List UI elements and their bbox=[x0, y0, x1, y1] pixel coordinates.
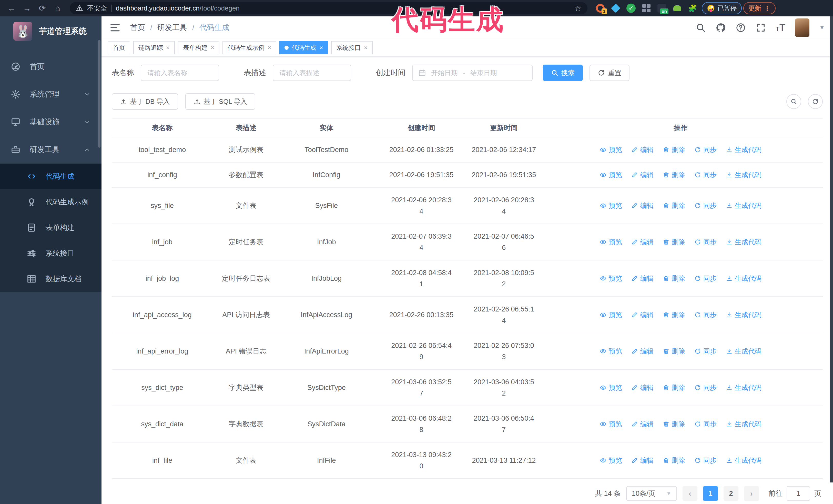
action-预览[interactable]: 预览 bbox=[600, 456, 622, 465]
breadcrumb-item[interactable]: 研发工具 bbox=[158, 23, 187, 33]
import-db-button[interactable]: 基于 DB 导入 bbox=[112, 93, 178, 110]
refresh-table-button[interactable] bbox=[808, 94, 823, 109]
window-scrollbar[interactable] bbox=[830, 17, 833, 482]
goto-page-input[interactable] bbox=[787, 486, 810, 501]
action-生成代码[interactable]: 生成代码 bbox=[726, 419, 761, 429]
action-删除[interactable]: 删除 bbox=[663, 274, 685, 283]
action-预览[interactable]: 预览 bbox=[600, 145, 622, 154]
action-编辑[interactable]: 编辑 bbox=[631, 238, 653, 247]
tab-系统接口[interactable]: 系统接口× bbox=[331, 41, 373, 54]
sidebar-item-代码生成示例[interactable]: 代码生成示例 bbox=[0, 189, 101, 215]
breadcrumb-item[interactable]: 首页 bbox=[130, 23, 145, 33]
action-预览[interactable]: 预览 bbox=[600, 274, 622, 283]
font-size-icon[interactable]: TT bbox=[776, 22, 785, 33]
sidebar-scrollbar[interactable] bbox=[98, 40, 100, 148]
tab-链路追踪[interactable]: 链路追踪× bbox=[133, 41, 175, 54]
tab-首页[interactable]: 首页 bbox=[108, 41, 130, 54]
action-生成代码[interactable]: 生成代码 bbox=[726, 456, 761, 465]
browser-back-icon[interactable]: ← bbox=[5, 1, 19, 15]
import-sql-button[interactable]: 基于 SQL 导入 bbox=[185, 93, 256, 110]
next-page-button[interactable]: › bbox=[744, 486, 759, 501]
sidebar-item-系统管理[interactable]: 系统管理 bbox=[0, 80, 101, 108]
address-bar[interactable]: 不安全 dashboard.yudao.iocoder.cn/tool/code… bbox=[70, 2, 588, 14]
user-avatar[interactable] bbox=[795, 19, 809, 37]
date-range-picker[interactable]: 开始日期 - 结束日期 bbox=[412, 65, 532, 81]
close-icon[interactable]: × bbox=[211, 44, 214, 51]
action-删除[interactable]: 删除 bbox=[663, 170, 685, 179]
action-删除[interactable]: 删除 bbox=[663, 201, 685, 210]
action-同步[interactable]: 同步 bbox=[694, 274, 717, 283]
table-desc-input[interactable] bbox=[273, 65, 351, 81]
close-icon[interactable]: × bbox=[364, 44, 367, 51]
action-生成代码[interactable]: 生成代码 bbox=[726, 201, 761, 210]
action-生成代码[interactable]: 生成代码 bbox=[726, 383, 761, 392]
ext-robot-icon[interactable] bbox=[672, 3, 682, 13]
action-生成代码[interactable]: 生成代码 bbox=[726, 274, 761, 283]
action-预览[interactable]: 预览 bbox=[600, 419, 622, 429]
sidebar-item-基础设施[interactable]: 基础设施 bbox=[0, 108, 101, 136]
action-生成代码[interactable]: 生成代码 bbox=[726, 310, 761, 319]
bookmark-star-icon[interactable]: ☆ bbox=[574, 4, 581, 13]
search-icon[interactable] bbox=[696, 23, 706, 33]
action-同步[interactable]: 同步 bbox=[694, 238, 717, 247]
paused-profile-chip[interactable]: 🤪 已暂停 bbox=[702, 2, 742, 14]
github-icon[interactable] bbox=[716, 23, 726, 33]
toggle-search-button[interactable] bbox=[786, 94, 801, 109]
action-预览[interactable]: 预览 bbox=[600, 201, 622, 210]
search-button[interactable]: 搜索 bbox=[543, 65, 583, 81]
action-预览[interactable]: 预览 bbox=[600, 383, 622, 392]
close-icon[interactable]: × bbox=[268, 44, 271, 51]
action-生成代码[interactable]: 生成代码 bbox=[726, 170, 761, 179]
sidebar-item-代码生成[interactable]: 代码生成 bbox=[0, 164, 101, 189]
extensions-puzzle-icon[interactable]: 🧩 bbox=[687, 3, 698, 13]
avatar-caret-icon[interactable]: ▼ bbox=[819, 24, 825, 31]
action-删除[interactable]: 删除 bbox=[663, 383, 685, 392]
logo-row[interactable]: 🐰 芋道管理系统 bbox=[0, 17, 101, 46]
action-同步[interactable]: 同步 bbox=[694, 145, 717, 154]
action-编辑[interactable]: 编辑 bbox=[631, 383, 653, 392]
ext-grid-icon[interactable] bbox=[641, 3, 651, 13]
action-编辑[interactable]: 编辑 bbox=[631, 274, 653, 283]
page-size-select[interactable]: 10条/页▼ bbox=[626, 486, 677, 501]
close-icon[interactable]: × bbox=[319, 44, 323, 51]
action-删除[interactable]: 删除 bbox=[663, 347, 685, 356]
page-button-1[interactable]: 1 bbox=[703, 486, 718, 501]
sidebar-item-首页[interactable]: 首页 bbox=[0, 53, 101, 80]
close-icon[interactable]: × bbox=[166, 44, 170, 51]
action-预览[interactable]: 预览 bbox=[600, 238, 622, 247]
action-编辑[interactable]: 编辑 bbox=[631, 310, 653, 319]
action-预览[interactable]: 预览 bbox=[600, 347, 622, 356]
sidebar-item-研发工具[interactable]: 研发工具 bbox=[0, 136, 101, 164]
prev-page-button[interactable]: ‹ bbox=[683, 486, 697, 501]
sidebar-item-数据库文档[interactable]: 数据库文档 bbox=[0, 266, 101, 292]
action-删除[interactable]: 删除 bbox=[663, 456, 685, 465]
action-编辑[interactable]: 编辑 bbox=[631, 347, 653, 356]
action-生成代码[interactable]: 生成代码 bbox=[726, 238, 761, 247]
browser-reload-icon[interactable]: ⟳ bbox=[35, 1, 49, 15]
fullscreen-icon[interactable] bbox=[756, 23, 766, 33]
sidebar-item-系统接口[interactable]: 系统接口 bbox=[0, 240, 101, 266]
action-同步[interactable]: 同步 bbox=[694, 419, 717, 429]
action-删除[interactable]: 删除 bbox=[663, 310, 685, 319]
browser-update-button[interactable]: 更新 ⋮ bbox=[743, 2, 776, 14]
help-icon[interactable] bbox=[736, 23, 746, 33]
action-删除[interactable]: 删除 bbox=[663, 238, 685, 247]
action-预览[interactable]: 预览 bbox=[600, 170, 622, 179]
action-预览[interactable]: 预览 bbox=[600, 310, 622, 319]
action-删除[interactable]: 删除 bbox=[663, 419, 685, 429]
action-编辑[interactable]: 编辑 bbox=[631, 419, 653, 429]
action-同步[interactable]: 同步 bbox=[694, 170, 717, 179]
browser-home-icon[interactable]: ⌂ bbox=[51, 1, 65, 15]
sidebar-item-表单构建[interactable]: 表单构建 bbox=[0, 215, 101, 240]
ext-check-icon[interactable]: ✓ bbox=[626, 3, 636, 13]
action-同步[interactable]: 同步 bbox=[694, 347, 717, 356]
action-编辑[interactable]: 编辑 bbox=[631, 145, 653, 154]
tab-代码生成示例[interactable]: 代码生成示例× bbox=[222, 41, 276, 54]
ext-gem-icon[interactable] bbox=[611, 3, 621, 13]
ext-blocker-icon[interactable]: 1 bbox=[595, 3, 605, 13]
action-生成代码[interactable]: 生成代码 bbox=[726, 347, 761, 356]
action-删除[interactable]: 删除 bbox=[663, 145, 685, 154]
table-name-input[interactable] bbox=[141, 65, 219, 81]
action-同步[interactable]: 同步 bbox=[694, 383, 717, 392]
action-同步[interactable]: 同步 bbox=[694, 310, 717, 319]
